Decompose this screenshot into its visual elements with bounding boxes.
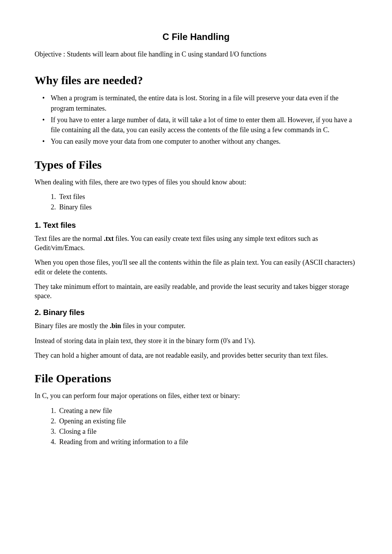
binary-files-p2: Instead of storing data in plain text, t… (35, 336, 357, 345)
body-text: files in your computer. (121, 322, 185, 330)
list-item: You can easily move your data from one c… (51, 136, 357, 146)
text-files-heading: 1. Text files (35, 220, 357, 230)
page-title: C File Handling (35, 31, 357, 43)
list-item: Reading from and writing information to … (58, 437, 357, 447)
types-list: Text files Binary files (35, 192, 357, 212)
binary-files-heading: 2. Binary files (35, 307, 357, 317)
why-heading: Why files are needed? (35, 73, 357, 88)
types-heading: Types of Files (35, 157, 357, 172)
txt-ext: .txt (104, 235, 114, 242)
list-item: If you have to enter a large number of d… (51, 115, 357, 135)
list-item: Closing a file (58, 427, 357, 436)
body-text: Binary files are mostly the (35, 322, 110, 330)
binary-files-p3: They can hold a higher amount of data, a… (35, 351, 357, 360)
body-text: Text files are the normal (35, 235, 104, 242)
list-item: Text files (58, 192, 357, 202)
binary-files-p1: Binary files are mostly the .bin files i… (35, 321, 357, 330)
list-item: Opening an existing file (58, 416, 357, 426)
list-item: Binary files (58, 202, 357, 212)
text-files-p2: When you open those files, you'll see al… (35, 258, 357, 277)
list-item: Creating a new file (58, 406, 357, 416)
list-item: When a program is terminated, the entire… (51, 93, 357, 113)
bin-ext: .bin (110, 322, 121, 330)
objective-text: Objective : Students will learn about fi… (35, 50, 357, 59)
why-list: When a program is terminated, the entire… (35, 93, 357, 146)
types-intro: When dealing with files, there are two t… (35, 177, 357, 187)
text-files-p1: Text files are the normal .txt files. Yo… (35, 234, 357, 253)
ops-heading: File Operations (35, 371, 357, 386)
ops-intro: In C, you can perform four major operati… (35, 391, 357, 400)
text-files-p3: They take minimum effort to maintain, ar… (35, 282, 357, 301)
ops-list: Creating a new file Opening an existing … (35, 406, 357, 447)
